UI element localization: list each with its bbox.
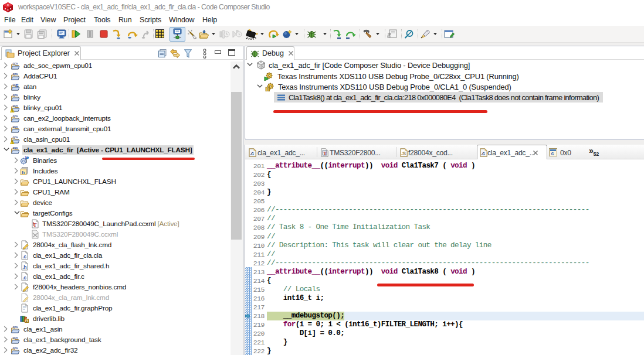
- svg-text:C: C: [16, 83, 19, 87]
- svg-text:.S: .S: [401, 151, 406, 156]
- svg-text:.c: .c: [481, 151, 485, 156]
- svg-text:c: c: [551, 151, 554, 156]
- svg-text:T: T: [323, 151, 327, 156]
- svg-text:.c: .c: [250, 151, 254, 156]
